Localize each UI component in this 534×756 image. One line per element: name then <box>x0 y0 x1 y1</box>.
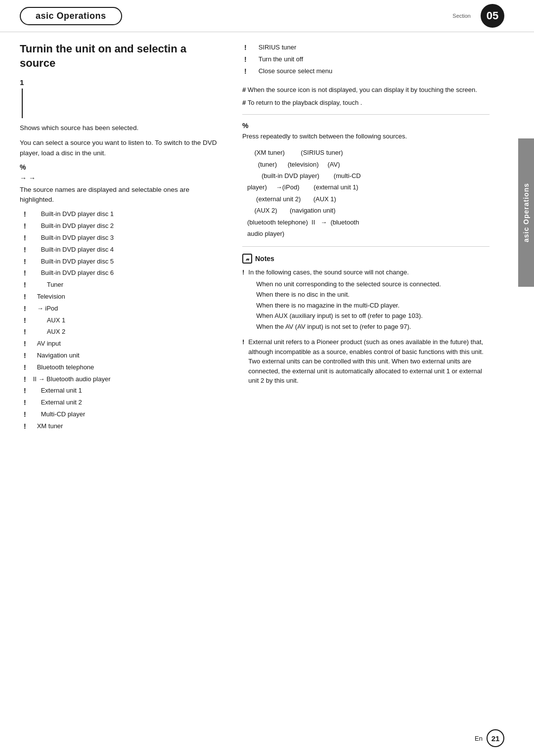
bullet: ! <box>244 66 247 78</box>
divider-2 <box>242 246 490 247</box>
bullet: ! <box>24 267 26 279</box>
bullet: ! <box>24 409 26 421</box>
step-1-number: 1 <box>20 78 218 87</box>
note-item-2: ! External unit refers to a Pioneer prod… <box>242 337 490 386</box>
sublist-item: When no unit corresponding to the select… <box>256 279 490 289</box>
step-1-line <box>22 89 23 118</box>
list-item: !Built-in DVD player disc 3 <box>20 232 218 244</box>
list-item: !SIRIUS tuner <box>242 42 490 54</box>
bullet: ! <box>24 350 26 362</box>
source-flow: (XM tuner) (SIRIUS tuner) (tuner) (telev… <box>242 147 490 239</box>
bullet: ! <box>24 279 26 291</box>
body-text: You can select a source you want to list… <box>20 138 218 158</box>
notes-label: Notes <box>255 255 274 263</box>
bullet: ! <box>244 54 247 66</box>
list-item: !Television <box>20 291 218 303</box>
hash-note-1: # When the source icon is not displayed,… <box>242 85 490 95</box>
notes-header: 𝓃 Notes <box>242 254 490 264</box>
bullet: ! <box>244 42 247 54</box>
list-item: !Built-in DVD player disc 2 <box>20 221 218 232</box>
arrow-row: → → <box>20 174 218 182</box>
bullet: ! <box>24 221 26 232</box>
notes-section: 𝓃 Notes ! In the following cases, the so… <box>242 254 490 386</box>
list-item: !External unit 1 <box>20 385 218 397</box>
bullet: ! <box>24 397 26 409</box>
note-sublist-1: When no unit corresponding to the select… <box>256 279 490 332</box>
list-item: !AUX 1 <box>20 315 218 327</box>
sublist-item: When the AV (AV input) is not set to (re… <box>256 322 490 332</box>
bullet: ! <box>24 244 26 256</box>
header-right: Section 05 <box>452 4 504 28</box>
side-tab-bg: asic Operations <box>518 138 534 287</box>
sublist-item: When AUX (auxiliary input) is set to off… <box>256 311 490 321</box>
bullet: ! <box>24 232 26 244</box>
left-column: Turnin the unit on and selectin a source… <box>20 42 227 739</box>
bullet: ! <box>24 315 26 327</box>
note-text-1: In the following cases, the sound source… <box>248 267 490 332</box>
list-item: !Bluetooth telephone <box>20 362 218 374</box>
chapter-title: asic Operations <box>20 7 122 25</box>
list-item: !Built-in DVD player disc 4 <box>20 244 218 256</box>
bullet: ! <box>24 291 26 303</box>
percent-label-left: % <box>20 163 218 171</box>
press-desc: Press repeatedly to switch between the f… <box>242 132 490 142</box>
list-item: !Multi-CD player <box>20 409 218 421</box>
list-item: !Navigation unit <box>20 350 218 362</box>
page-number: 21 <box>487 729 504 747</box>
bullet: ! <box>24 421 26 433</box>
list-item: !II → Bluetooth audio player <box>20 374 218 386</box>
divider <box>242 114 490 115</box>
list-item: !AV input <box>20 338 218 350</box>
note-item-1: ! In the following cases, the sound sour… <box>242 267 490 332</box>
bullet: ! <box>24 326 26 338</box>
bullet: ! <box>24 209 26 221</box>
list-item: !Built-in DVD player disc 1 <box>20 209 218 221</box>
hash-note-2: # To return to the playback display, tou… <box>242 98 490 108</box>
list-item: !Built-in DVD player disc 6 <box>20 267 218 279</box>
note-text-2: External unit refers to a Pioneer produc… <box>248 337 490 386</box>
section-number: 05 <box>481 4 504 28</box>
side-tab: asic Operations <box>516 40 534 756</box>
arrow-row-text: → → <box>20 174 36 182</box>
right-column: !SIRIUS tuner !Turn the unit off !Close … <box>242 42 509 739</box>
list-item: !Turn the unit off <box>242 54 490 66</box>
bullet: ! <box>24 385 26 397</box>
page-header: asic Operations Section 05 <box>0 0 534 32</box>
source-names-desc: The source names are displayed and selec… <box>20 185 218 205</box>
sublist-item: When there is no magazine in the multi-C… <box>256 301 490 311</box>
main-content: Turnin the unit on and selectin a source… <box>0 32 534 749</box>
sublist-item: When there is no disc in the unit. <box>256 290 490 300</box>
list-item: !→ iPod <box>20 303 218 315</box>
list-item: !AUX 2 <box>20 326 218 338</box>
bullet: ! <box>24 362 26 374</box>
list-item: !Close source select menu <box>242 66 490 78</box>
section-label: Section <box>452 13 471 19</box>
bullet: ! <box>24 374 26 386</box>
notes-icon: 𝓃 <box>242 254 252 264</box>
note-bullet: ! <box>242 267 244 277</box>
step-1-desc: Shows which source has been selected. <box>20 123 218 133</box>
bullet: ! <box>24 338 26 350</box>
bullet: ! <box>24 256 26 268</box>
list-item: !XM tuner <box>20 421 218 433</box>
section-heading: Turnin the unit on and selectin a source <box>20 42 218 70</box>
side-tab-text: asic Operations <box>522 183 530 242</box>
lang-label: En <box>475 735 483 742</box>
note-bullet-2: ! <box>242 337 244 347</box>
source-list: !Built-in DVD player disc 1 !Built-in DV… <box>20 209 218 432</box>
percent-label-right: % <box>242 122 490 130</box>
page-footer: En 21 <box>475 729 504 747</box>
right-list: !SIRIUS tuner !Turn the unit off !Close … <box>242 42 490 77</box>
list-item: !Built-in DVD player disc 5 <box>20 256 218 268</box>
list-item: !External unit 2 <box>20 397 218 409</box>
bullet: ! <box>24 303 26 315</box>
list-item: !Tuner <box>20 279 218 291</box>
